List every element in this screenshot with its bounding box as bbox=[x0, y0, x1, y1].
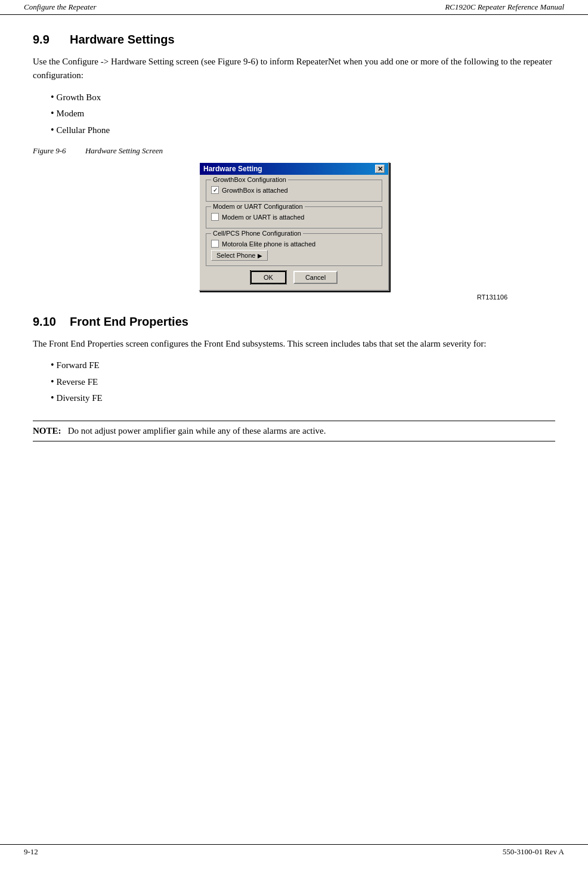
modem-group: Modem or UART Configuration Modem or UAR… bbox=[206, 206, 382, 228]
section-99-heading: 9.9 Hardware Settings bbox=[33, 33, 555, 47]
page-content: 9.9 Hardware Settings Use the Configure … bbox=[0, 15, 588, 453]
phone-content: Motorola Elite phone is attached Select … bbox=[211, 240, 377, 261]
section-910-body1: The Front End Properties screen configur… bbox=[33, 337, 555, 351]
footer-right: 550-3100-01 Rev A bbox=[503, 847, 564, 857]
dialog-body: GrowthBox Configuration GrowthBox is att… bbox=[200, 175, 388, 290]
rt-number: RT131106 bbox=[477, 294, 507, 301]
hardware-setting-dialog: Hardware Setting ✕ GrowthBox Configurati… bbox=[199, 162, 389, 291]
note-box: NOTE: Do not adjust power amplifier gain… bbox=[33, 421, 555, 441]
modem-group-label: Modem or UART Configuration bbox=[211, 203, 305, 210]
phone-group: Cell/PCS Phone Configuration Motorola El… bbox=[206, 233, 382, 266]
bullet-diversity-fe: Diversity FE bbox=[51, 390, 555, 406]
select-phone-arrow-icon: ▶ bbox=[258, 252, 262, 259]
figure-caption-spacer bbox=[68, 146, 83, 155]
modem-content: Modem or UART is attached bbox=[211, 213, 377, 221]
cancel-button[interactable]: Cancel bbox=[293, 271, 338, 284]
growthbox-checkbox-label: GrowthBox is attached bbox=[222, 187, 288, 194]
section-910-bullets: Forward FE Reverse FE Diversity FE bbox=[51, 357, 555, 406]
dialog-titlebar: Hardware Setting ✕ bbox=[200, 163, 388, 175]
modem-checkbox-row: Modem or UART is attached bbox=[211, 213, 377, 221]
growthbox-group: GrowthBox Configuration GrowthBox is att… bbox=[206, 180, 382, 202]
phone-checkbox-label: Motorola Elite phone is attached bbox=[222, 240, 315, 248]
section-99-body: Use the Configure -> Hardware Setting sc… bbox=[33, 55, 555, 83]
page-header: Configure the Repeater RC1920C Repeater … bbox=[0, 0, 588, 15]
bullet-reverse-fe: Reverse FE bbox=[51, 373, 555, 390]
header-right: RC1920C Repeater Reference Manual bbox=[445, 2, 564, 12]
phone-group-label: Cell/PCS Phone Configuration bbox=[211, 230, 303, 237]
dialog-close-button[interactable]: ✕ bbox=[375, 165, 385, 173]
section-910-heading: 9.10 Front End Properties bbox=[33, 315, 555, 329]
note-spacer bbox=[63, 426, 66, 436]
note-label: NOTE: bbox=[33, 426, 61, 436]
bullet-forward-fe: Forward FE bbox=[51, 357, 555, 373]
growthbox-content: GrowthBox is attached bbox=[211, 186, 377, 194]
section-910-title: Front End Properties bbox=[70, 315, 188, 329]
dialog-buttons: OK Cancel bbox=[206, 271, 382, 284]
select-phone-label: Select Phone bbox=[216, 252, 255, 259]
figure-container: Hardware Setting ✕ GrowthBox Configurati… bbox=[33, 162, 555, 301]
page-footer: 9-12 550-3100-01 Rev A bbox=[0, 844, 588, 859]
figure-caption-text: Hardware Setting Screen bbox=[85, 146, 163, 155]
phone-checkbox[interactable] bbox=[211, 240, 219, 248]
figure-caption-label: Figure 9-6 bbox=[33, 146, 66, 155]
footer-left: 9-12 bbox=[24, 847, 38, 857]
bullet-growth-box: Growth Box bbox=[51, 89, 555, 106]
bullet-cellular-phone: Cellular Phone bbox=[51, 122, 555, 138]
section-99-number: 9.9 bbox=[33, 33, 61, 47]
modem-checkbox[interactable] bbox=[211, 213, 219, 221]
section-99-bullets: Growth Box Modem Cellular Phone bbox=[51, 89, 555, 138]
section-99-title: Hardware Settings bbox=[70, 33, 175, 47]
growthbox-checkbox-row: GrowthBox is attached bbox=[211, 186, 377, 194]
figure-caption: Figure 9-6 Hardware Setting Screen bbox=[33, 146, 555, 156]
header-left: Configure the Repeater bbox=[24, 2, 97, 12]
select-phone-button[interactable]: Select Phone ▶ bbox=[211, 250, 268, 261]
modem-checkbox-label: Modem or UART is attached bbox=[222, 214, 304, 221]
bullet-modem: Modem bbox=[51, 105, 555, 122]
dialog-title: Hardware Setting bbox=[203, 165, 262, 173]
growthbox-group-label: GrowthBox Configuration bbox=[211, 176, 288, 183]
note-text: Do not adjust power amplifier gain while… bbox=[68, 426, 326, 436]
growthbox-checkbox[interactable] bbox=[211, 186, 219, 194]
phone-checkbox-row: Motorola Elite phone is attached bbox=[211, 240, 377, 248]
section-910-number: 9.10 bbox=[33, 315, 61, 329]
ok-button[interactable]: OK bbox=[250, 271, 286, 284]
